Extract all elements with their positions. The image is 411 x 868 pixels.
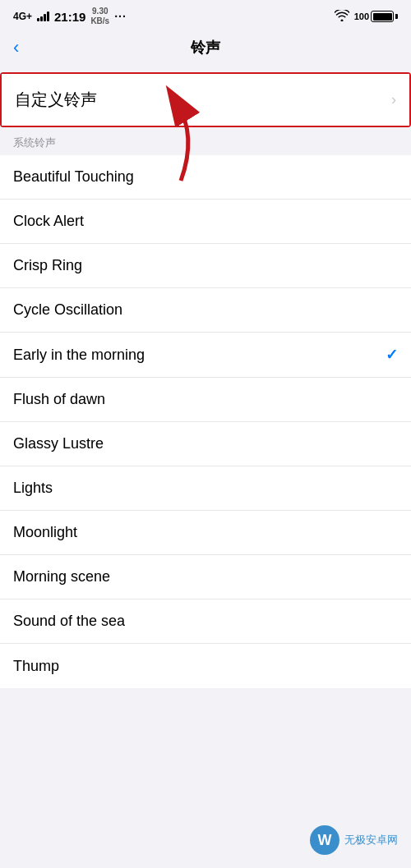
ringtone-item[interactable]: Flush of dawn	[0, 378, 411, 422]
watermark-text: 无极安卓网	[344, 833, 398, 847]
ringtone-name: Sound of the sea	[13, 613, 125, 630]
chevron-right-icon: ›	[391, 91, 396, 108]
ringtone-name: Thump	[13, 658, 59, 675]
status-dots: ···	[114, 10, 127, 23]
status-left: 4G+ 21:19 9.30KB/s ···	[13, 7, 127, 26]
ringtone-name: Beautiful Touching	[13, 168, 134, 186]
ringtone-name: Crisp Ring	[13, 257, 82, 274]
ringtone-item[interactable]: Moonlight	[0, 511, 411, 555]
watermark-logo: W	[310, 825, 339, 855]
ringtone-name: Moonlight	[13, 524, 77, 541]
ringtone-name: Early in the morning	[13, 347, 145, 364]
nav-header: ‹ 铃声	[0, 30, 411, 66]
status-time: 21:19	[54, 10, 85, 24]
wifi-icon	[335, 10, 349, 24]
ringtone-item[interactable]: Thump	[0, 644, 411, 688]
battery-indicator: 100	[354, 11, 398, 22]
network-type: 4G+	[13, 11, 32, 22]
checkmark-icon: ✓	[386, 346, 398, 364]
ringtone-name: Clock Alert	[13, 213, 84, 230]
ringtone-item[interactable]: Cycle Oscillation	[0, 288, 411, 333]
back-button[interactable]: ‹	[13, 37, 19, 58]
ringtone-item[interactable]: Morning scene	[0, 555, 411, 599]
ringtone-name: Glassy Lustre	[13, 435, 104, 452]
ringtone-name: Morning scene	[13, 568, 110, 586]
ringtone-name: Cycle Oscillation	[13, 301, 122, 319]
status-right: 100	[335, 10, 398, 24]
ringtone-name: Lights	[13, 480, 53, 497]
network-speed: 9.30KB/s	[90, 7, 109, 26]
ringtone-item[interactable]: Sound of the sea	[0, 599, 411, 644]
ringtone-list: Beautiful TouchingClock AlertCrisp RingC…	[0, 155, 411, 688]
ringtone-name: Flush of dawn	[13, 391, 105, 408]
page-title: 铃声	[191, 38, 220, 57]
ringtone-item[interactable]: Crisp Ring	[0, 244, 411, 288]
signal-icon	[37, 11, 49, 21]
ringtone-item[interactable]: Clock Alert	[0, 200, 411, 244]
custom-ringtone-section: 自定义铃声 ›	[0, 72, 411, 127]
ringtone-item[interactable]: Beautiful Touching	[0, 155, 411, 200]
battery-percent: 100	[354, 11, 369, 21]
watermark: W 无极安卓网	[310, 825, 398, 855]
custom-ringtone-label: 自定义铃声	[15, 89, 97, 111]
ringtone-item[interactable]: Early in the morning✓	[0, 333, 411, 378]
ringtone-item[interactable]: Glassy Lustre	[0, 422, 411, 466]
status-bar: 4G+ 21:19 9.30KB/s ··· 100	[0, 0, 411, 30]
system-section-label: 系统铃声	[0, 127, 411, 155]
ringtone-item[interactable]: Lights	[0, 466, 411, 511]
custom-ringtone-row[interactable]: 自定义铃声 ›	[2, 74, 409, 126]
